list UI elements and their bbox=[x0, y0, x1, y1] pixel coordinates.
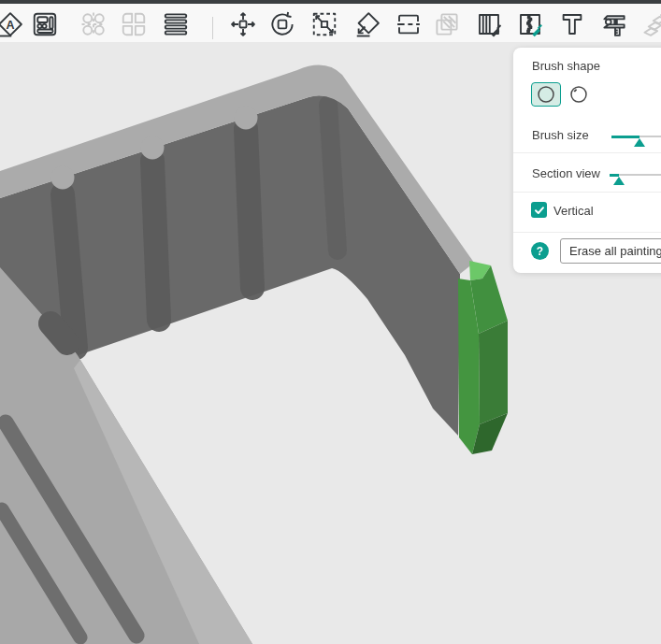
split-to-parts-icon bbox=[118, 8, 150, 40]
brush-size-slider-thumb[interactable] bbox=[634, 138, 645, 147]
sphere-brush-icon bbox=[568, 84, 589, 105]
measure-icon[interactable] bbox=[598, 8, 630, 40]
variable-layer-height-icon[interactable] bbox=[160, 8, 192, 40]
split-to-objects-icon bbox=[78, 8, 109, 40]
text-tool-icon[interactable] bbox=[556, 8, 588, 40]
check-icon bbox=[534, 205, 545, 216]
place-on-face-icon[interactable] bbox=[352, 8, 383, 40]
move-icon[interactable] bbox=[227, 8, 259, 40]
help-icon[interactable]: ? bbox=[531, 242, 549, 260]
vertical-checkbox[interactable] bbox=[531, 202, 547, 218]
circle-brush-button[interactable] bbox=[531, 82, 561, 107]
model-beam-tip-groove bbox=[50, 323, 67, 343]
seam-paint-panel: Brush shape Brush size Section view Vert… bbox=[513, 48, 661, 273]
paint-facet-side bbox=[479, 321, 508, 424]
toolbar: A bbox=[0, 4, 661, 43]
section-view-label: Section view bbox=[532, 166, 600, 180]
support-painting-icon[interactable] bbox=[473, 8, 505, 40]
cut-icon[interactable] bbox=[393, 8, 424, 40]
brush-shape-label: Brush shape bbox=[532, 59, 600, 73]
toolbar-separator bbox=[212, 17, 213, 39]
brush-size-slider[interactable] bbox=[611, 136, 661, 137]
assembly-view-icon bbox=[639, 8, 661, 40]
scale-icon[interactable] bbox=[309, 8, 340, 40]
svg-text:A: A bbox=[6, 19, 14, 32]
mesh-boolean-icon bbox=[431, 8, 463, 40]
arrange-icon[interactable] bbox=[29, 8, 61, 40]
brush-size-label: Brush size bbox=[532, 128, 589, 142]
circle-brush-icon bbox=[539, 87, 553, 102]
erase-all-painting-button[interactable]: Erase all painting bbox=[560, 238, 661, 264]
seam-painting-icon[interactable] bbox=[514, 8, 546, 40]
vertical-checkbox-label[interactable]: Vertical bbox=[553, 204, 594, 218]
section-view-slider[interactable] bbox=[610, 174, 661, 176]
sphere-brush-button[interactable] bbox=[566, 82, 592, 107]
section-view-slider-thumb[interactable] bbox=[613, 177, 625, 185]
auto-orient-icon[interactable]: A bbox=[0, 8, 26, 40]
rotate-icon[interactable] bbox=[266, 8, 298, 40]
